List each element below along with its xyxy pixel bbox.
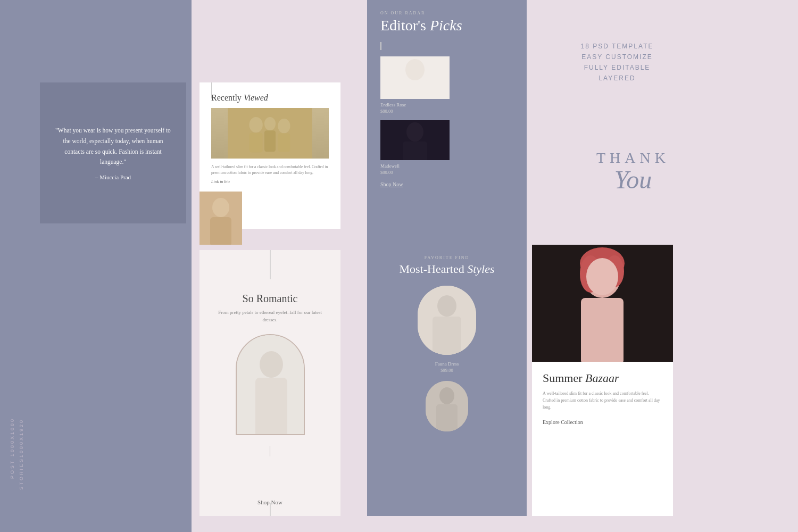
oval-svg-1 [418, 286, 476, 355]
arch-svg [237, 335, 305, 435]
quote-text: "What you wear is how you present yourse… [53, 126, 173, 167]
ep-divider [380, 42, 381, 50]
oval-figure-1-icon [418, 286, 476, 355]
svg-point-25 [437, 295, 456, 317]
mh-product-price: $99.00 [380, 368, 513, 373]
small-portrait-card [200, 192, 242, 245]
sb-redhead-svg [532, 245, 673, 362]
rv-description: A well-tailored slim fit for a classic l… [211, 164, 329, 176]
sb-explore[interactable]: Explore Collection [543, 419, 662, 425]
ep-img-dark-bg [380, 120, 450, 160]
rv-people-svg [211, 108, 329, 159]
sr-description: From pretty petals to ethereal eyelet–fa… [211, 309, 329, 323]
mh-product-name: Fauna Dress [380, 361, 513, 367]
sb-description: A well-tailored slim fit for a classic l… [543, 390, 662, 411]
svg-rect-23 [237, 335, 305, 435]
ep-product-1-name: Endless Rose [380, 102, 513, 107]
right-info-section: 18 PSD TEMPLATE EASY CUSTOMIZE FULLY EDI… [543, 43, 692, 85]
svg-rect-29 [436, 404, 458, 431]
ep-title: Editor's Picks [380, 18, 513, 34]
ep-product-2-name: Madewell [380, 163, 513, 169]
mh-oval-image-2 [426, 381, 468, 431]
ep-product1-svg [380, 56, 450, 99]
svg-rect-38 [532, 245, 673, 362]
mh-label: FAVORITE FIND [380, 255, 513, 260]
oval-figure-2-icon [426, 381, 468, 431]
ep-product-1-image [380, 56, 450, 99]
sr-top-line [270, 250, 270, 279]
ep-product-2: Madewell $80.00 [380, 120, 513, 175]
editors-picks-card: ON OUR RADAR Editor's Picks Endless Rose… [367, 0, 527, 245]
svg-point-28 [439, 387, 454, 404]
sb-content: Summer Bazaar A well-tailored slim fit f… [532, 362, 673, 435]
rv-link: Link in bio [211, 179, 329, 184]
page-wrapper: "What you wear is how you present yourse… [0, 0, 798, 532]
figure-group-icon [211, 108, 329, 159]
quote-card: "What you wear is how you present yourse… [40, 82, 186, 223]
you-text: You [559, 167, 708, 193]
arch-figure-icon [237, 335, 304, 434]
most-hearted-card: FAVORITE FIND Most-Hearted Styles Fauna … [367, 245, 527, 516]
sr-bottom-line [270, 503, 270, 516]
info-line-3: FULLY EDITABLE [543, 64, 692, 71]
info-line-1: 18 PSD TEMPLATE [543, 43, 692, 50]
ep-shop-now[interactable]: Shop Now [380, 181, 513, 187]
svg-rect-7 [228, 108, 312, 159]
small-portrait-svg [200, 192, 242, 245]
svg-rect-11 [200, 192, 242, 245]
ep-label: ON OUR RADAR [380, 11, 513, 15]
rv-image [211, 108, 329, 159]
sr-divider-line [270, 446, 270, 456]
oval-svg-2 [426, 381, 468, 431]
left-grey-background [0, 0, 192, 532]
svg-rect-15 [380, 56, 450, 99]
vertical-stories-label: STORIES1080X1920 [19, 419, 24, 489]
svg-rect-26 [433, 317, 461, 355]
sr-arch [236, 334, 305, 435]
ep-product-1-price: $80.00 [380, 109, 513, 114]
sr-arch-container [236, 334, 305, 435]
ep-product-2-image [380, 120, 450, 160]
sb-title: Summer Bazaar [543, 371, 662, 385]
info-line-4: LAYERED [543, 74, 692, 82]
vertical-post-label: POST 1080X1080 [10, 418, 15, 479]
ep-product-2-price: $80.00 [380, 170, 513, 175]
info-line-2: EASY CUSTOMIZE [543, 53, 692, 61]
summer-bazaar-card: Summer Bazaar A well-tailored slim fit f… [532, 245, 673, 516]
quote-author: – Miuccia Prad [53, 174, 173, 180]
rv-top-line [211, 82, 212, 98]
ep-img-white-bg [380, 56, 450, 99]
ep-product-1: Endless Rose $80.00 [380, 56, 513, 114]
mh-oval-image-1 [418, 286, 476, 355]
sr-title: So Romantic [243, 293, 298, 305]
thank-you-section: THANK You [559, 149, 708, 193]
svg-rect-19 [380, 120, 450, 160]
so-romantic-card: So Romantic From pretty petals to ethere… [200, 250, 340, 516]
thank-text: THANK [559, 149, 708, 167]
mh-title: Most-Hearted Styles [380, 262, 513, 276]
sb-top-image [532, 245, 673, 362]
ep-product2-svg [380, 120, 450, 160]
rv-title: Recently Viewed [211, 93, 329, 103]
